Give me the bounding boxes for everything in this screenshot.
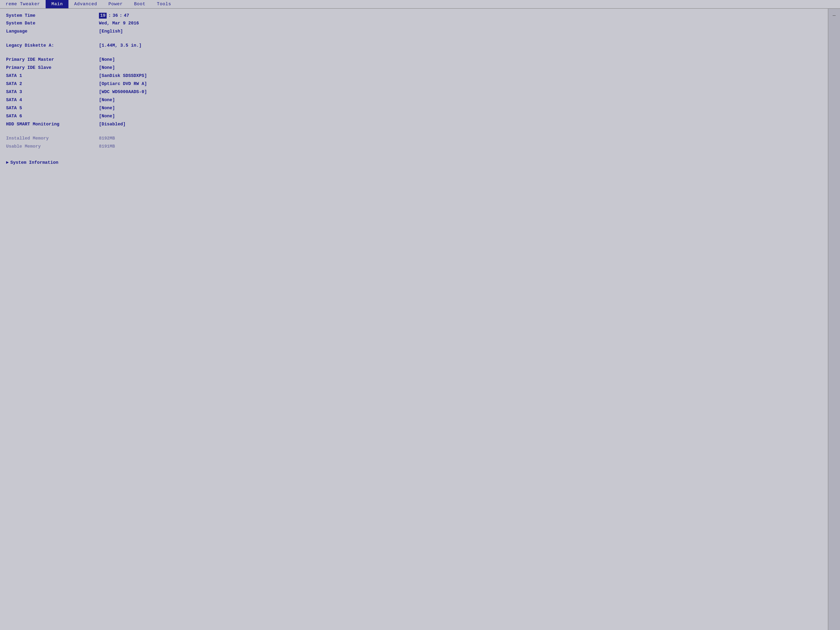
divider-2 xyxy=(6,51,822,57)
usable-memory-row: Usable Memory 8191MB xyxy=(6,144,822,151)
divider-1 xyxy=(6,37,822,43)
sata1-value[interactable]: [SanDisk SDSSDXPS] xyxy=(99,73,147,78)
time-second[interactable]: 47 xyxy=(124,13,129,18)
tab-main[interactable]: Main xyxy=(46,0,68,8)
installed-memory-value: 8192MB xyxy=(99,136,115,141)
sata2-row: SATA 2 [Optiarc DVD RW A] xyxy=(6,81,822,88)
system-date-label: System Date xyxy=(6,21,91,26)
time-hour[interactable]: 19 xyxy=(99,13,107,19)
time-sep1: : xyxy=(108,13,111,18)
system-info-label[interactable]: System Information xyxy=(10,160,58,165)
sata4-row: SATA 4 [None] xyxy=(6,98,822,105)
system-date-row: System Date Wed, Mar 9 2016 xyxy=(6,21,822,28)
sata1-label: SATA 1 xyxy=(6,73,91,78)
nav-bar: reme Tweaker Main Advanced Power Boot To… xyxy=(0,0,840,9)
sata5-row: SATA 5 [None] xyxy=(6,106,822,113)
usable-memory-label: Usable Memory xyxy=(6,144,91,149)
hdd-smart-row: HDD SMART Monitoring [Disabled] xyxy=(6,122,822,129)
system-time-row: System Time 19 : 36 : 47 xyxy=(6,13,822,20)
system-info-arrow: ► xyxy=(6,160,9,165)
primary-ide-slave-label: Primary IDE Slave xyxy=(6,65,91,70)
legacy-diskette-value[interactable]: [1.44M, 3.5 in.] xyxy=(99,43,142,48)
divider-3 xyxy=(6,130,822,136)
sata2-label: SATA 2 xyxy=(6,81,91,87)
sata5-label: SATA 5 xyxy=(6,106,91,111)
legacy-diskette-label: Legacy Diskette A: xyxy=(6,43,91,48)
sata2-value[interactable]: [Optiarc DVD RW A] xyxy=(99,81,147,87)
primary-ide-slave-value[interactable]: [None] xyxy=(99,65,115,70)
sata6-value[interactable]: [None] xyxy=(99,114,115,119)
tab-advanced[interactable]: Advanced xyxy=(68,0,103,8)
left-panel: System Time 19 : 36 : 47 System Date Wed… xyxy=(0,9,828,630)
sata6-label: SATA 6 xyxy=(6,114,91,119)
language-row: Language [English] xyxy=(6,29,822,36)
time-sep2: : xyxy=(120,13,122,18)
system-info-link[interactable]: ► System Information xyxy=(6,160,822,165)
primary-ide-master-label: Primary IDE Master xyxy=(6,57,91,62)
main-content: System Time 19 : 36 : 47 System Date Wed… xyxy=(0,9,840,630)
usable-memory-value: 8191MB xyxy=(99,144,115,149)
sata1-row: SATA 1 [SanDisk SDSSDXPS] xyxy=(6,73,822,81)
sata4-label: SATA 4 xyxy=(6,98,91,103)
sata3-value[interactable]: [WDC WD5000AADS-0] xyxy=(99,90,147,95)
tab-extreme-tweaker[interactable]: reme Tweaker xyxy=(0,0,46,8)
sata3-label: SATA 3 xyxy=(6,90,91,95)
system-date-value[interactable]: Wed, Mar 9 2016 xyxy=(99,21,139,26)
system-time-label: System Time xyxy=(6,13,91,18)
sata6-row: SATA 6 [None] xyxy=(6,114,822,121)
hdd-smart-value[interactable]: [Disabled] xyxy=(99,122,126,127)
hdd-smart-label: HDD SMART Monitoring xyxy=(6,122,91,127)
sata5-value[interactable]: [None] xyxy=(99,106,115,111)
tab-boot[interactable]: Boot xyxy=(128,0,151,8)
language-label: Language xyxy=(6,29,91,34)
tab-power[interactable]: Power xyxy=(103,0,128,8)
primary-ide-master-value[interactable]: [None] xyxy=(99,57,115,62)
tab-tools[interactable]: Tools xyxy=(151,0,177,8)
legacy-diskette-row: Legacy Diskette A: [1.44M, 3.5 in.] xyxy=(6,43,822,50)
installed-memory-row: Installed Memory 8192MB xyxy=(6,136,822,143)
primary-ide-slave-row: Primary IDE Slave [None] xyxy=(6,65,822,73)
time-minute[interactable]: 36 xyxy=(113,13,118,18)
sata3-row: SATA 3 [WDC WD5000AADS-0] xyxy=(6,90,822,97)
divider-4 xyxy=(6,152,822,158)
installed-memory-label: Installed Memory xyxy=(6,136,91,141)
sidebar-scroll-indicator: — xyxy=(833,13,835,18)
primary-ide-master-row: Primary IDE Master [None] xyxy=(6,57,822,65)
right-sidebar: — xyxy=(828,9,840,630)
bios-screen: reme Tweaker Main Advanced Power Boot To… xyxy=(0,0,840,630)
system-time-value[interactable]: 19 : 36 : 47 xyxy=(99,13,129,19)
language-value[interactable]: [English] xyxy=(99,29,123,34)
sata4-value[interactable]: [None] xyxy=(99,98,115,103)
